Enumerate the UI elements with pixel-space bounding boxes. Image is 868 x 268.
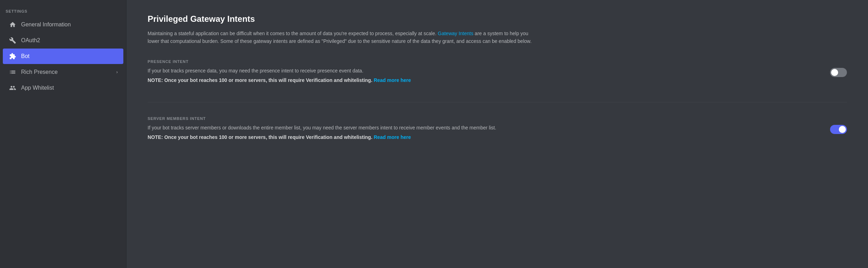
toggle-slider — [830, 68, 847, 77]
presence-intent-section: PRESENCE INTENT If your bot tracks prese… — [148, 59, 847, 102]
presence-intent-row: If your bot tracks presence data, you ma… — [148, 67, 847, 83]
sidebar-section-label: SETTINGS — [0, 7, 126, 15]
server-members-intent-description: If your bot tracks server members or dow… — [148, 124, 496, 132]
presence-intent-note: NOTE: Once your bot reaches 100 or more … — [148, 77, 411, 83]
description-text-part1: Maintaining a stateful application can b… — [148, 31, 436, 36]
sidebar-item-label: App Whitelist — [21, 85, 54, 91]
server-members-intent-toggle[interactable] — [830, 125, 847, 134]
sidebar-item-label: General Information — [21, 21, 71, 28]
sidebar-item-oauth2[interactable]: OAuth2 — [3, 33, 123, 48]
presence-intent-content: If your bot tracks presence data, you ma… — [148, 67, 411, 83]
person-icon — [8, 84, 17, 92]
puzzle-icon — [8, 52, 17, 60]
chevron-right-icon: › — [116, 70, 118, 75]
sidebar-item-bot[interactable]: Bot — [3, 49, 123, 64]
presence-intent-toggle[interactable] — [830, 68, 847, 77]
sidebar-item-rich-presence[interactable]: Rich Presence › — [3, 64, 123, 80]
server-members-note-text: NOTE: Once your bot reaches 100 or more … — [148, 134, 373, 140]
presence-read-more-link[interactable]: Read more here — [374, 77, 411, 83]
sidebar-item-label: Bot — [21, 53, 30, 59]
page-description: Maintaining a stateful application can b… — [148, 30, 534, 45]
server-members-intent-note: NOTE: Once your bot reaches 100 or more … — [148, 134, 496, 140]
toggle-slider — [830, 125, 847, 134]
sidebar-item-app-whitelist[interactable]: App Whitelist — [3, 80, 123, 96]
page-title: Privileged Gateway Intents — [148, 14, 847, 24]
sidebar-item-label: Rich Presence — [21, 69, 58, 75]
sidebar-item-label: OAuth2 — [21, 37, 40, 44]
server-members-intent-content: If your bot tracks server members or dow… — [148, 124, 496, 140]
gateway-intents-link[interactable]: Gateway Intents — [438, 31, 473, 36]
presence-note-text: NOTE: Once your bot reaches 100 or more … — [148, 77, 373, 83]
main-content: Privileged Gateway Intents Maintaining a… — [127, 0, 868, 268]
presence-intent-label: PRESENCE INTENT — [148, 59, 847, 64]
list-icon — [8, 68, 17, 76]
server-members-read-more-link[interactable]: Read more here — [374, 134, 411, 140]
home-icon — [8, 20, 17, 29]
server-members-intent-row: If your bot tracks server members or dow… — [148, 124, 847, 140]
sidebar-item-general-information[interactable]: General Information — [3, 17, 123, 32]
server-members-intent-label: SERVER MEMBERS INTENT — [148, 116, 847, 121]
presence-intent-description: If your bot tracks presence data, you ma… — [148, 67, 411, 75]
wrench-icon — [8, 36, 17, 45]
sidebar: SETTINGS General Information OAuth2 Bot — [0, 0, 127, 268]
server-members-intent-section: SERVER MEMBERS INTENT If your bot tracks… — [148, 116, 847, 159]
